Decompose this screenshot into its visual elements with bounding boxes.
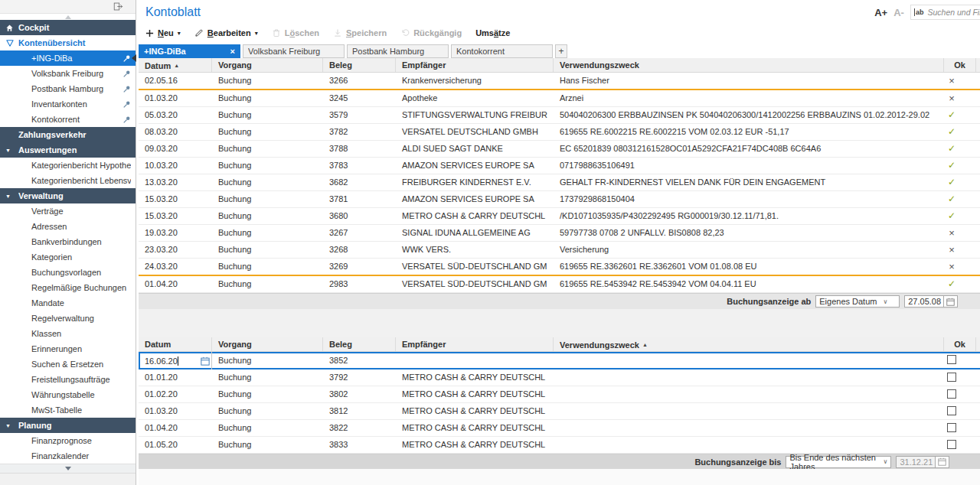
account-tab[interactable]: +ING-DiBa × xyxy=(139,44,240,58)
sidebar-item[interactable]: ▼ Finanzprognose xyxy=(0,433,136,448)
sidebar-item[interactable]: ▼ Kategorienbericht Lebensversicher... xyxy=(0,173,136,188)
sidebar-item[interactable]: ▼ Kontenübersicht xyxy=(0,35,136,50)
column-header-betrag[interactable]: Betrag xyxy=(976,58,980,72)
ok-checkbox[interactable] xyxy=(947,389,956,399)
sidebar-item[interactable]: ▼ Freistellungsaufträge xyxy=(0,372,136,387)
sidebar-item[interactable]: ▼ +ING-DiBa xyxy=(0,50,136,66)
sidebar-item[interactable]: ▼ Klassen xyxy=(0,326,136,341)
column-header-betrag[interactable]: Betrag xyxy=(976,337,980,351)
range-to-date-input[interactable]: 31.12.21 xyxy=(896,456,936,468)
save-button[interactable]: Speichern xyxy=(333,28,387,37)
column-header-verwendungszweck[interactable]: Verwendungszweck▲ xyxy=(554,337,944,351)
future-transaction-row[interactable]: 01.05.20 Buchung 3833 METRO CASH & CARRY… xyxy=(139,437,980,454)
column-header-ok[interactable]: Ok xyxy=(944,337,976,351)
transaction-row[interactable]: 13.03.20 Buchung 3682 FREIBURGER KINDERN… xyxy=(139,174,980,191)
sidebar-item[interactable]: ▼ Planung xyxy=(0,418,136,433)
column-header-verwendungszweck[interactable]: Verwendungszweck xyxy=(554,58,944,72)
future-transaction-row[interactable]: 01.03.20 Buchung 3812 METRO CASH & CARRY… xyxy=(139,403,980,420)
search-input[interactable] xyxy=(927,8,980,17)
date-edit-cell[interactable]: 16.06.20 xyxy=(139,352,212,369)
add-tab-button[interactable]: + xyxy=(555,44,567,58)
sidebar-item[interactable]: ▼ MwSt-Tabelle xyxy=(0,402,136,418)
sidebar-item[interactable]: ▼ Mandate xyxy=(0,295,136,311)
collapse-sidebar-icon[interactable] xyxy=(113,2,123,11)
account-tab[interactable]: Kontokorrent × xyxy=(451,44,553,58)
column-header-vorgang[interactable]: Vorgang xyxy=(212,337,323,351)
transaction-row[interactable]: 01.03.20 Buchung 3245 Apotheke Arznei × … xyxy=(139,90,980,107)
sidebar-item[interactable]: ▼ Postbank Hamburg xyxy=(0,81,136,96)
column-header-beleg[interactable]: Beleg xyxy=(323,58,396,72)
font-increase-button[interactable]: A+ xyxy=(874,7,887,18)
sidebar-item[interactable]: ▼ Buchungsvorlagen xyxy=(0,265,136,280)
column-header-ok[interactable]: Ok xyxy=(944,58,976,72)
sidebar-scroll-up[interactable] xyxy=(0,14,136,20)
sidebar-item[interactable]: ▼ Volksbank Freiburg xyxy=(0,66,136,81)
transaction-row[interactable]: 05.03.20 Buchung 3579 STIFTUNGSVERWALTUN… xyxy=(139,107,980,124)
sidebar-item[interactable]: ▼ Auswertungen xyxy=(0,142,136,158)
ok-checkbox[interactable] xyxy=(947,406,956,415)
transaction-row[interactable]: 09.03.20 Buchung 3788 ALDI SUED SAGT DAN… xyxy=(139,141,980,158)
tab-close-icon[interactable]: × xyxy=(230,47,235,56)
sidebar-item[interactable]: ▼ Währungstabelle xyxy=(0,387,136,402)
transaction-row[interactable]: 19.03.20 Buchung 3267 SIGNAL IDUNA ALLGE… xyxy=(139,225,980,242)
column-header-empfaenger[interactable]: Empfänger xyxy=(396,337,554,351)
range-from-select[interactable]: Eigenes Datum∨ xyxy=(815,295,900,308)
range-to-select[interactable]: Bis Ende des nächsten Jahres∨ xyxy=(786,456,891,468)
edit-row[interactable]: 16.06.20 Buchung 3852 0,00 0,00 xyxy=(139,352,980,369)
cell-empfaenger: METRO CASH & CARRY DEUTSCHL xyxy=(396,208,554,224)
transaction-row[interactable]: 08.03.20 Buchung 3782 VERSATEL DEUTSCHLA… xyxy=(139,124,980,141)
range-from-label: Buchungsanzeige ab xyxy=(727,297,811,306)
sidebar-scroll-down[interactable] xyxy=(0,464,136,473)
column-header-vorgang[interactable]: Vorgang xyxy=(212,58,323,72)
transaction-row[interactable]: 02.05.16 Buchung 3266 Krankenversicherun… xyxy=(139,73,980,90)
cell-beleg: 3792 xyxy=(323,369,396,386)
transaction-row[interactable]: 24.03.20 Buchung 3269 VERSATEL SÜD-DEUTS… xyxy=(139,259,980,276)
sidebar-item-label: Regelverwaltung xyxy=(31,314,131,323)
delete-button[interactable]: Löschen xyxy=(272,28,319,37)
ok-checkbox[interactable] xyxy=(947,440,956,449)
transaction-row[interactable]: 15.03.20 Buchung 3781 AMAZON SERVICES EU… xyxy=(139,191,980,208)
transaction-row[interactable]: 15.03.20 Buchung 3680 METRO CASH & CARRY… xyxy=(139,208,980,225)
future-transaction-row[interactable]: 01.04.20 Buchung 3822 METRO CASH & CARRY… xyxy=(139,420,980,437)
calendar-icon[interactable] xyxy=(936,456,949,468)
column-header-beleg[interactable]: Beleg xyxy=(323,337,396,351)
future-transaction-row[interactable]: 01.01.20 Buchung 3792 METRO CASH & CARRY… xyxy=(139,369,980,386)
transaction-row[interactable]: 10.03.20 Buchung 3783 AMAZON SERVICES EU… xyxy=(139,158,980,174)
sidebar-item[interactable]: ▼ Kategorienbericht Hypothek und al... xyxy=(0,158,136,173)
transaction-row[interactable]: 01.04.20 Buchung 2983 VERSATEL SÜD-DEUTS… xyxy=(139,276,980,293)
account-tab[interactable]: Volksbank Freiburg × xyxy=(243,44,345,58)
sidebar-item[interactable]: ▼ Adressen xyxy=(0,219,136,234)
sidebar-item[interactable]: ▼ Verwaltung xyxy=(0,188,136,203)
ok-status-icon: × xyxy=(936,259,968,275)
ok-checkbox[interactable] xyxy=(947,355,956,364)
sidebar-item[interactable]: ▼ Zahlungsverkehr xyxy=(0,127,136,142)
sidebar-item[interactable]: ▼ Regelverwaltung xyxy=(0,311,136,326)
ok-checkbox[interactable] xyxy=(947,373,956,382)
sidebar-item[interactable]: ▼ Cockpit xyxy=(0,20,136,35)
section-gap xyxy=(139,309,980,337)
column-header-datum[interactable]: Datum▲ xyxy=(139,58,212,72)
sidebar-item[interactable]: ▼ Kontokorrent xyxy=(0,112,136,127)
range-from-date-input[interactable]: 27.05.08 xyxy=(904,295,944,308)
sidebar-item[interactable]: ▼ Finanzkalender xyxy=(0,448,136,464)
font-decrease-button[interactable]: A- xyxy=(893,7,904,18)
sidebar-item[interactable]: ▼ Suchen & Ersetzen xyxy=(0,356,136,372)
sidebar-item[interactable]: ▼ Inventarkonten xyxy=(0,96,136,112)
sidebar-item[interactable]: ▼ Kategorien xyxy=(0,249,136,265)
edit-button[interactable]: Bearbeiten▾ xyxy=(194,28,258,37)
undo-button[interactable]: Rückgängig xyxy=(400,28,462,37)
ok-checkbox[interactable] xyxy=(947,423,956,432)
column-header-empfaenger[interactable]: Empfänger xyxy=(396,58,554,72)
sidebar-item[interactable]: ▼ Verträge xyxy=(0,203,136,219)
calendar-icon[interactable] xyxy=(201,356,210,366)
calendar-icon[interactable] xyxy=(944,295,958,308)
account-tab[interactable]: Postbank Hamburg × xyxy=(347,44,449,58)
column-header-datum[interactable]: Datum xyxy=(139,337,212,351)
new-button[interactable]: Neu▾ xyxy=(145,28,181,37)
sidebar-item[interactable]: ▼ Regelmäßige Buchungen xyxy=(0,280,136,295)
sidebar-item[interactable]: ▼ Bankverbindungen xyxy=(0,234,136,249)
umsaetze-button[interactable]: Umsätze xyxy=(475,28,510,37)
future-transaction-row[interactable]: 01.02.20 Buchung 3802 METRO CASH & CARRY… xyxy=(139,386,980,403)
transaction-row[interactable]: 23.03.20 Buchung 3268 WWK VERS. Versiche… xyxy=(139,242,980,259)
sidebar-item[interactable]: ▼ Erinnerungen xyxy=(0,341,136,356)
